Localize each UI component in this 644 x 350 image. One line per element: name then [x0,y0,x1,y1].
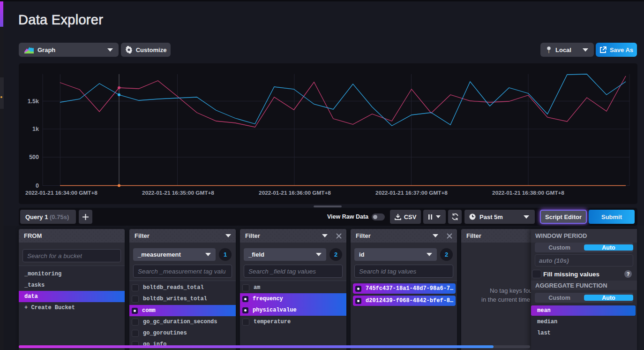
svg-text:500: 500 [29,154,39,160]
svg-text:1.5k: 1.5k [28,98,39,105]
svg-text:2022-01-21 16:37:00 GMT+8: 2022-01-21 16:37:00 GMT+8 [375,190,448,196]
svg-text:2022-01-21 16:38:00 GMT+8: 2022-01-21 16:38:00 GMT+8 [492,190,564,196]
svg-text:1k: 1k [32,126,39,132]
svg-text:2022-01-21 16:35:00 GMT+8: 2022-01-21 16:35:00 GMT+8 [142,190,214,196]
svg-text:0: 0 [36,183,39,189]
svg-text:2022-01-21 16:36:00 GMT+8: 2022-01-21 16:36:00 GMT+8 [259,190,331,196]
svg-text:2022-01-21 16:34:00 GMT+8: 2022-01-21 16:34:00 GMT+8 [25,190,97,196]
